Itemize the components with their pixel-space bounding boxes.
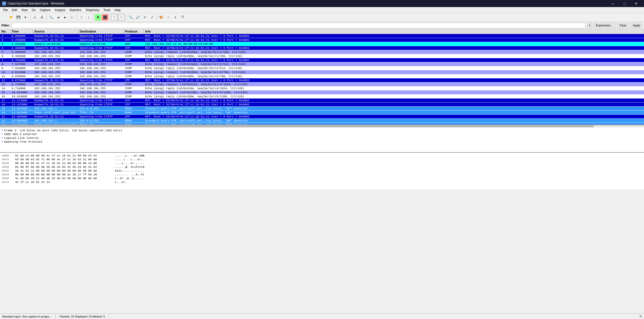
window-title: Capturing from Standard input - Wireshar… [8,2,64,5]
toolbar-sep2 [46,15,47,20]
cell-info: MST. Root = 32768/0/4c:1f:cc:1b:61:21 Co… [144,78,644,82]
table-row[interactable]: 1813.422000HuaweiTe_1b:61:21Spanning-tre… [0,103,644,107]
cell-no: 21 [0,115,10,118]
cell-protocol: STP [123,103,144,106]
table-row[interactable]: 2115.688000HuaweiTe_1b:61:21Spanning-tre… [0,115,644,119]
toolbar-new-btn[interactable]: 📄 [1,14,8,21]
toolbar-resize[interactable]: ⤢ [149,14,155,21]
toolbar-zoom-normal[interactable]: ⊙ [142,14,148,21]
cell-source: HuaweiTe_1b:61:21 [33,46,78,50]
menu-item-telephony[interactable]: Telephony [83,8,101,12]
col-no[interactable]: No. [0,29,10,34]
scrollbar-thumb[interactable] [0,125,594,127]
toolbar-colorize[interactable]: 🎨 [158,14,165,21]
toolbar-sep4 [93,15,93,20]
list-item[interactable]: +IEEE 802.3 Ethernet [2,132,642,136]
menu-item-file[interactable]: File [1,8,10,12]
toolbar-open-btn[interactable]: 📂 [8,14,15,21]
menu-item-analyze[interactable]: Analyze [53,8,68,12]
clear-button[interactable]: Clear [617,23,629,28]
toolbar-save-btn[interactable]: 💾 [15,14,22,21]
toolbar-zoom-in[interactable]: 🔍 [127,14,134,21]
toolbar-go-last-btn[interactable]: ⇓ [85,14,92,21]
table-row[interactable]: 34.281000Vmware_c0:00:08Vmware_ed:53:0AA… [0,42,644,46]
toolbar-zoom-out[interactable]: 🔎 [135,14,141,21]
expression-button[interactable]: Expression... [594,23,616,28]
toolbar-autoscroll[interactable]: ↕ [111,14,118,21]
toolbar-find-btn[interactable]: 🔍 [48,14,54,21]
cell-protocol: MDNS [123,111,144,114]
filter-dropdown-button[interactable]: ▼ [587,23,592,28]
toolbar-print-btn[interactable]: 🖨 [39,14,45,21]
table-row[interactable]: 97.563000192.168.191.252192.168.191.253I… [0,66,644,70]
packet-list-scrollbar[interactable] [0,125,644,127]
menu-item-go[interactable]: Go [30,8,38,12]
table-row[interactable]: 1711.172000HuaweiTe_1b:61:21Spanning-tre… [0,99,644,103]
close-button[interactable]: ✕ [630,0,642,7]
toolbar-close-btn[interactable]: ✖ [22,14,29,21]
filter-input[interactable] [11,23,586,28]
cell-protocol: ICMP [123,94,144,98]
list-item[interactable]: +Logical-Link Control [2,136,642,140]
expand-icon[interactable]: + [2,129,3,132]
table-row[interactable]: 44.469000HuaweiTe_1b:61:21Spanning-tree-… [0,46,644,50]
toolbar-capture-stop[interactable]: ⬛ [102,14,108,21]
packet-list: No. Time Source Destination Protocol Inf… [0,29,644,125]
table-row[interactable]: 139.719000192.168.191.253192.168.191.252… [0,82,644,86]
table-row[interactable]: 108.641000192.168.191.253192.168.191.252… [0,70,644,74]
toolbar-goto-btn[interactable]: ▷ [69,14,76,21]
table-row[interactable]: 1914.922000192.168.191.1224.0.0.251MDNSS… [0,107,644,111]
table-row[interactable]: 10.000000HuaweiTe_1b:61:21Spanning-tree-… [0,34,644,38]
menu-item-view[interactable]: View [19,8,30,12]
table-row[interactable]: 1610.828000192.168.191.252192.168.191.25… [0,94,644,99]
hex-row: 002000 00 80 00 4c 1f cc 1b 61 21 80 02 … [2,161,642,165]
list-item[interactable]: +Frame 1: 119 bytes on wire (952 bits), … [2,129,642,132]
table-row[interactable]: 2315.906000fe80::8c3f:c867:124c:937ff02:… [0,123,644,125]
table-row[interactable]: 2014.922000fe80::8c3f:c867:124c:937ff02:… [0,111,644,115]
menu-item-help[interactable]: Help [112,8,123,12]
hex-offset: 0060 [2,177,11,180]
minimize-button[interactable]: — [607,0,619,7]
col-time[interactable]: Time [10,29,33,34]
expand-icon[interactable]: + [2,140,3,143]
toolbar-reload-btn[interactable]: ↺ [31,14,38,21]
menu-item-tools[interactable]: Tools [101,8,112,12]
table-row[interactable]: 149.719000192.168.191.252192.168.191.253… [0,86,644,90]
toolbar-go-first-btn[interactable]: ⇑ [78,14,85,21]
cell-protocol: ARP [123,42,144,46]
app-icon: 🦈 [2,2,6,6]
table-row[interactable]: 76.703000HuaweiTe_1b:61:21Spanning-tree-… [0,58,644,62]
maximize-button[interactable]: □ [619,0,630,7]
menu-item-statistics[interactable]: Statistics [67,8,83,12]
toolbar-mark[interactable]: ✓ [165,14,172,21]
col-protocol[interactable]: Protocol [123,29,144,34]
table-row[interactable]: 66.485000192.168.191.252192.168.191.253I… [0,54,644,58]
cell-no: 14 [0,86,10,90]
col-source[interactable]: Source [33,29,78,34]
table-row[interactable]: 1510.813000192.168.191.253192.168.191.25… [0,90,644,94]
cell-protocol: STP [123,38,144,42]
cell-time: 9.719000 [10,86,33,90]
toolbar-prev-btn[interactable]: ◀ [55,14,61,21]
apply-button[interactable]: Apply [630,23,642,28]
table-row[interactable]: 118.656000192.168.191.252192.168.191.253… [0,74,644,78]
table-row[interactable]: 128.875000HuaweiTe_1b:61:21Spanning-tree… [0,78,644,82]
toolbar-capture-start[interactable]: ■ [95,14,101,21]
expand-icon[interactable]: + [2,133,3,136]
table-row[interactable]: 87.547000192.168.191.253192.168.191.252I… [0,62,644,66]
table-row[interactable]: 56.469000192.168.191.253192.168.191.252I… [0,50,644,54]
list-item[interactable]: +Spanning Tree Protocol [2,140,642,144]
toolbar-next-btn[interactable]: ▶ [62,14,69,21]
toolbar-autoscroll2[interactable]: ↕ [118,14,125,21]
cell-time: 10.828000 [10,94,33,98]
col-info[interactable]: Info [144,29,644,34]
table-row[interactable]: 22.250000HuaweiTe_1b:61:21Spanning-tree-… [0,38,644,42]
table-row[interactable]: 2215.906000192.168.191.1224.0.0.251MDNSS… [0,119,644,123]
toolbar: 📄 📂 💾 ✖ ↺ 🖨 🔍 ◀ ▶ ▷ ⇑ ⇓ ■ ⬛ ↕ ↕ 🔍 🔎 ⊙ ⤢ … [0,13,644,22]
toolbar-mark-del[interactable]: ✗ [172,14,179,21]
col-destination[interactable]: Destination [78,29,123,34]
expand-icon[interactable]: + [2,137,3,139]
menu-item-capture[interactable]: Capture [38,8,53,12]
toolbar-timeref[interactable]: ⏱ [179,14,186,21]
menu-item-edit[interactable]: Edit [10,8,19,12]
